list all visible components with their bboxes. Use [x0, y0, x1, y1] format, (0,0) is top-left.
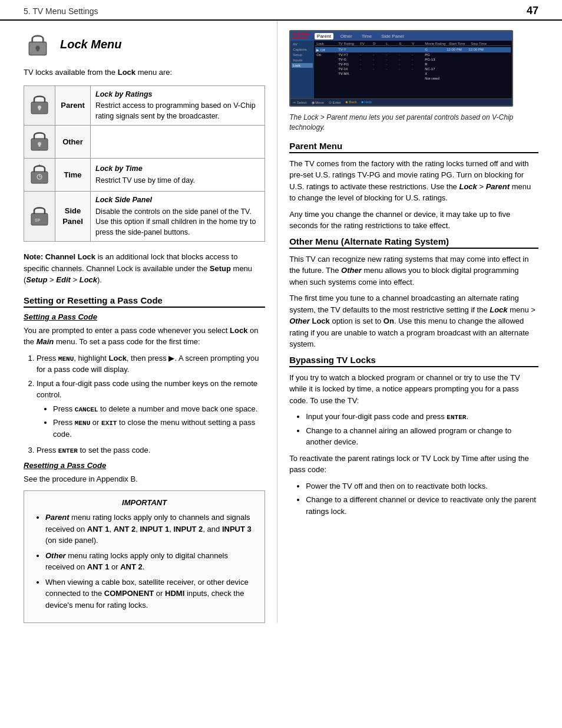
tv-main-table: Lock TV Rating FV D L S V Movie Rating S…: [314, 41, 512, 98]
setting-resetting-heading: Setting or Resetting a Pass Code: [24, 295, 265, 308]
tv-table-header: Lock TV Rating FV D L S V Movie Rating S…: [315, 42, 511, 46]
col-s: S: [398, 42, 409, 45]
note-section: Note: Channel Lock is an additional lock…: [24, 251, 265, 286]
lock-menu-intro: TV locks available from the Lock menu ar…: [24, 67, 265, 78]
time-label: Time: [55, 159, 91, 192]
tv-table-row: ▶ Off TV-Y G 12:00 PM 12:00 PM: [315, 47, 511, 52]
other-label: Other: [55, 126, 91, 159]
right-column: MITSUBISHIELECTRIC Parent Other Time Sid…: [277, 21, 538, 623]
left-column: Lock Menu TV locks available from the Lo…: [24, 21, 277, 623]
list-item: Other menu rating locks apply only to di…: [45, 550, 256, 573]
list-item: Press CANCEL to delete a number and move…: [53, 403, 265, 415]
tv-table-row: TV-14 · · · · · NC-17: [315, 67, 511, 71]
sidepanel-desc-text: Disable the controls on the side panel o…: [95, 207, 256, 236]
col-stop-time: Stop Time: [470, 42, 490, 45]
bypassing-bullets2: Power the TV off and then on to reactiva…: [289, 480, 538, 518]
tv-bottom-back: ■ Back: [346, 100, 357, 104]
important-bullets: Parent menu rating locks apply only to c…: [32, 512, 256, 611]
svg-rect-9: [39, 144, 41, 147]
tv-sidebar-inputs: Inputs: [292, 58, 313, 62]
sidepanel-label: Side Panel: [55, 192, 91, 242]
tv-table-area: AV Captions Setup Inputs Lock Lock TV Ra…: [290, 41, 512, 98]
tv-nav-time: Time: [359, 33, 374, 39]
other-lock-icon: O: [29, 129, 50, 151]
resetting-passcode-heading: Resetting a Pass Code: [24, 461, 265, 470]
list-item: Press MENU, highlight Lock, then press ▶…: [37, 353, 265, 375]
list-item: Input your four-digit pass code and pres…: [306, 411, 538, 423]
time-lock-icon: [29, 162, 50, 185]
list-item: Change to a channel airing an allowed pr…: [306, 425, 538, 448]
other-menu-text1: This TV can recognize new rating systems…: [289, 253, 538, 288]
list-item: Change to a different channel or device …: [306, 494, 538, 517]
other-menu-text2: The first time you tune to a channel bro…: [289, 292, 538, 350]
tv-screen-inner: MITSUBISHIELECTRIC Parent Other Time Sid…: [290, 31, 512, 106]
tv-bottom-select: ⇒ Select: [293, 100, 306, 104]
tv-sidebar-setup: Setup: [292, 52, 313, 57]
col-start-time: Start Time: [448, 42, 468, 45]
sidepanel-desc: Lock Side Panel Disable the controls on …: [91, 192, 265, 242]
tv-table-row: TV-G · · · · · PG-13: [315, 57, 511, 62]
col-lock: Lock: [315, 42, 336, 45]
important-box: IMPORTANT Parent menu rating locks apply…: [24, 490, 265, 623]
setting-passcode-intro: You are prompted to enter a pass code wh…: [24, 325, 265, 348]
tv-bottom-enter: ⊙ Enter: [329, 100, 341, 104]
parent-menu-text2: Any time you change the channel or devic…: [289, 209, 538, 232]
page-header: 5. TV Menu Settings 47: [0, 0, 562, 21]
col-v: V: [411, 42, 422, 45]
list-item: When viewing a cable box, satellite rece…: [45, 577, 256, 611]
parent-menu-text1: The TV comes from the factory with the r…: [289, 158, 538, 204]
list-item: Input a four-digit pass code using the n…: [37, 378, 265, 440]
chapter-title: 5. TV Menu Settings: [24, 6, 98, 16]
resetting-passcode-text: See the procedure in Appendix B.: [24, 473, 265, 485]
other-icon-cell: O: [24, 126, 55, 159]
bypassing-heading: Bypassing TV Locks: [289, 355, 538, 367]
tv-table-row: TV-PG · · · · · R: [315, 62, 511, 67]
tv-table-row: On TV-Y7 · · · · · PG: [315, 52, 511, 57]
time-icon-cell: [24, 159, 55, 192]
lock-menu-header: Lock Menu: [24, 30, 265, 58]
page-number: 47: [527, 5, 538, 17]
parent-desc-title: Lock by Ratings: [95, 90, 260, 100]
col-fv: FV: [359, 42, 371, 45]
svg-text:O: O: [37, 133, 41, 138]
important-title: IMPORTANT: [32, 498, 256, 507]
content-wrapper: Lock Menu TV locks available from the Lo…: [0, 21, 562, 623]
svg-rect-11: [31, 172, 48, 183]
setting-steps-list: Press MENU, highlight Lock, then press ▶…: [24, 353, 265, 456]
time-desc: Lock by Time Restrict TV use by time of …: [91, 159, 265, 192]
parent-icon-cell: P: [24, 85, 55, 126]
tv-sidebar-av: AV: [292, 42, 313, 47]
sidepanel-icon-cell: SP: [24, 192, 55, 242]
other-menu-heading: Other Menu (Alternate Rating System): [289, 236, 538, 249]
list-item: Power the TV off and then on to reactiva…: [306, 480, 538, 492]
other-desc: [91, 126, 265, 159]
sidepanel-desc-title: Lock Side Panel: [95, 195, 260, 206]
note-text: Channel Lock is an additional lock that …: [24, 252, 252, 284]
tv-caption: The Lock > Parent menu lets you set pare…: [289, 113, 538, 133]
col-d: D: [372, 42, 384, 45]
table-row: SP Side Panel Lock Side Panel Disable th…: [24, 192, 265, 242]
note-label: Note:: [24, 252, 43, 261]
svg-rect-2: [37, 48, 39, 51]
tv-table-row: Not rated: [315, 76, 511, 81]
tv-brand-logo: MITSUBISHIELECTRIC: [293, 32, 310, 39]
table-row: Time Lock by Time Restrict TV use by tim…: [24, 159, 265, 192]
table-row: O Other: [24, 126, 265, 159]
parent-menu-heading: Parent Menu: [289, 141, 538, 153]
parent-desc: Lock by Ratings Restrict access to progr…: [91, 85, 265, 126]
tv-bottom-move: ◉ Move: [312, 100, 324, 104]
tv-sidebar-captions: Captions: [292, 47, 313, 52]
bypassing-bullets: Input your four-digit pass code and pres…: [289, 411, 538, 448]
parent-lock-icon: P: [29, 93, 50, 115]
tv-nav-sidepanel: Side Panel: [379, 33, 406, 39]
list-item: Press MENU or EXIT to close the menu wit…: [53, 417, 265, 440]
tv-nav-other: Other: [338, 33, 355, 39]
sub-bullets: Press CANCEL to delete a number and move…: [37, 403, 265, 440]
time-desc-title: Lock by Time: [95, 164, 260, 174]
sidepanel-lock-icon: SP: [29, 204, 50, 226]
time-desc-text: Restrict TV use by time of day.: [95, 176, 195, 185]
bypassing-text1: If you try to watch a blocked program or…: [289, 372, 538, 407]
col-movie-rating: Movie Rating: [424, 42, 447, 45]
tv-sidebar-lock: Lock: [292, 63, 313, 68]
tv-bottom-help: ■ Help: [362, 100, 372, 104]
